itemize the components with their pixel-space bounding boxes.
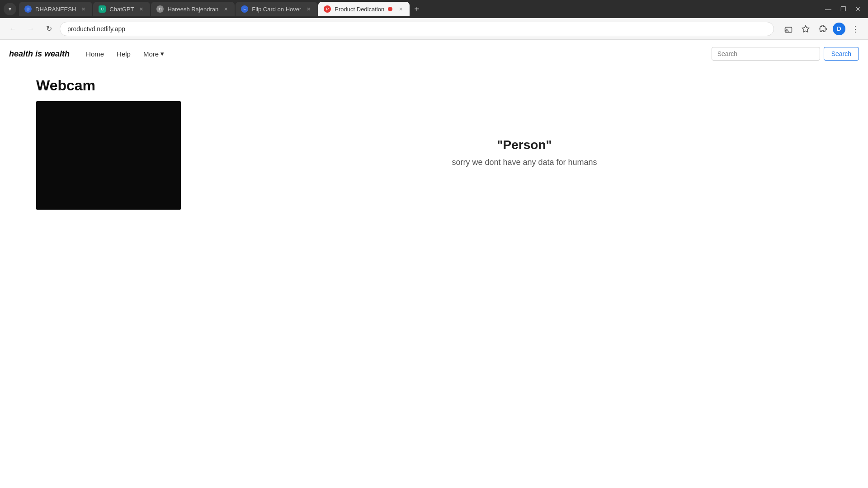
tab-close-flipcard[interactable]: ✕ (305, 5, 312, 13)
brand-name: health is wealth (9, 49, 70, 59)
tab-label-hareesh: Hareesh Rajendran (167, 6, 218, 13)
tab-favicon-product: P (324, 5, 331, 13)
maximize-button[interactable]: ❐ (837, 4, 850, 14)
tab-chatgpt[interactable]: C ChatGPT ✕ (93, 2, 150, 16)
nav-more-label: More (143, 50, 159, 58)
close-button[interactable]: ✕ (852, 4, 864, 14)
nav-more-chevron-icon: ▾ (160, 50, 164, 58)
new-tab-button[interactable]: + (410, 3, 423, 15)
webcam-title: Webcam (36, 77, 181, 94)
search-input[interactable] (712, 47, 820, 61)
back-button[interactable]: ← (5, 22, 20, 36)
cast-button[interactable] (781, 22, 796, 36)
nav-home-link[interactable]: Home (80, 47, 109, 61)
tab-recording-indicator (388, 7, 392, 11)
browser-actions: D ⋮ (781, 22, 863, 36)
minimize-button[interactable]: — (821, 4, 835, 14)
result-label: "Person" (497, 138, 552, 152)
main-content: Webcam "Person" sorry we dont have any d… (0, 68, 868, 219)
window-controls: — ❐ ✕ (821, 4, 864, 14)
tab-close-hareesh[interactable]: ✕ (222, 5, 229, 13)
tab-favicon-dharaneesh: D (24, 5, 32, 13)
tab-close-chatgpt[interactable]: ✕ (137, 5, 145, 13)
menu-button[interactable]: ⋮ (848, 22, 863, 36)
tab-favicon-flipcard: F (241, 5, 248, 13)
page-content: health is wealth Home Help More ▾ Search… (0, 40, 868, 488)
address-bar: ← → ↻ D ⋮ (0, 18, 868, 40)
search-area: Search (712, 47, 859, 61)
tab-favicon-chatgpt: C (99, 5, 106, 13)
tab-dharaneesh[interactable]: D DHARANEESH ✕ (19, 2, 92, 16)
result-message: sorry we dont have any data for humans (452, 158, 597, 167)
svg-marker-1 (802, 25, 809, 32)
tab-label-flipcard: Flip Card on Hover (252, 6, 301, 13)
extensions-button[interactable] (816, 22, 830, 36)
profile-button[interactable]: D (833, 23, 845, 35)
menu-dots-icon: ⋮ (851, 24, 860, 34)
search-button[interactable]: Search (824, 47, 859, 61)
tab-flipcard[interactable]: F Flip Card on Hover ✕ (236, 2, 317, 16)
tab-close-dharaneesh[interactable]: ✕ (80, 5, 87, 13)
tab-bar: ▾ D DHARANEESH ✕ C ChatGPT ✕ H Hareesh R… (0, 0, 868, 18)
tab-label-dharaneesh: DHARANEESH (35, 6, 76, 13)
reload-button[interactable]: ↻ (42, 22, 56, 36)
tab-product[interactable]: P Product Dedication ✕ (318, 2, 410, 16)
tab-favicon-hareesh: H (156, 5, 164, 13)
tab-hareesh[interactable]: H Hareesh Rajendran ✕ (151, 2, 235, 16)
bookmark-button[interactable] (798, 22, 813, 36)
browser-chrome: ▾ D DHARANEESH ✕ C ChatGPT ✕ H Hareesh R… (0, 0, 868, 40)
forward-button[interactable]: → (24, 22, 38, 36)
webcam-section: Webcam (36, 77, 181, 210)
tab-label-chatgpt: ChatGPT (109, 6, 134, 13)
tab-label-product: Product Dedication (335, 6, 384, 13)
result-section: "Person" sorry we dont have any data for… (217, 77, 832, 210)
navbar: health is wealth Home Help More ▾ Search (0, 40, 868, 68)
tab-dropdown-button[interactable]: ▾ (4, 3, 16, 15)
url-bar[interactable] (60, 22, 774, 36)
nav-links: Home Help More ▾ (80, 47, 170, 61)
nav-help-link[interactable]: Help (111, 47, 136, 61)
tab-close-product[interactable]: ✕ (397, 5, 404, 13)
webcam-feed (36, 101, 181, 210)
nav-more-dropdown[interactable]: More ▾ (138, 47, 170, 61)
